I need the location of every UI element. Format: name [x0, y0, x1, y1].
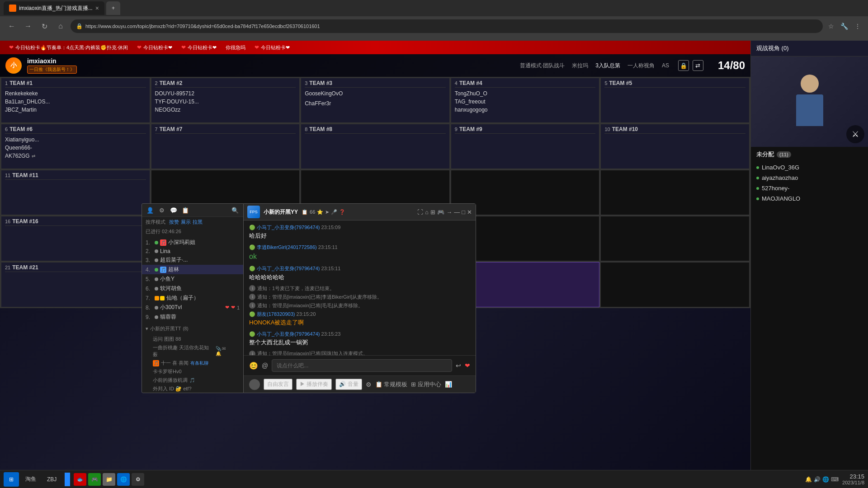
browser-chrome: imxiaoxin直播_热门游戏直播... × + ← → ↻ ⌂ 🔒 http…	[0, 0, 868, 41]
start-button[interactable]: ⊞	[4, 472, 19, 487]
unassigned-player: aiyazhaozhao	[756, 173, 863, 183]
more-options-icon[interactable]: ❤	[465, 362, 470, 369]
team-cell-9: 9 TEAM #9	[451, 124, 600, 169]
settings-icon[interactable]: ⚙	[157, 206, 166, 215]
list-item: 一曲折桃趣 天活你先花知薮 📎 ✉ 🔔	[149, 343, 236, 359]
list-item[interactable]: 3. 超后菜子·...	[142, 255, 243, 265]
chat-window-controls: ⛶ ⌂ ⊞ 🎮 → — □ ✕	[417, 209, 472, 216]
taskbar-app-2[interactable]: 🎮	[88, 473, 101, 486]
list-item: 远问 图图 88	[149, 335, 236, 343]
chat-input[interactable]	[272, 359, 452, 372]
list-item[interactable]: 5. 小鱼Y	[142, 274, 243, 284]
status-dot	[155, 268, 158, 272]
team-header-10: 10 TEAM #10	[604, 126, 745, 134]
active-tab[interactable]: imxiaoxin直播_热门游戏直播... ×	[4, 1, 104, 15]
restore-icon[interactable]: □	[462, 209, 465, 216]
at-button[interactable]: @	[262, 362, 268, 369]
list-item[interactable]: 1. 🎵 小深玛莉姐	[142, 238, 243, 247]
bookmark-button[interactable]: ☆	[826, 21, 836, 32]
minimize-icon[interactable]: —	[454, 209, 460, 216]
chat-messages: 🟢 小马丁_小丑变身(79796474) 23:15:09 哈后好 🟢 李逍Bi…	[244, 221, 476, 355]
list-item[interactable]: 9. 猫蓉蓉	[142, 312, 243, 322]
refresh-button[interactable]: ↻	[38, 20, 51, 33]
panel-toolbar: 👤 ⚙ 💬 📋 🔍	[142, 204, 243, 217]
grid-icon[interactable]: ⊞	[430, 209, 435, 216]
streamer-name: imxiaoxin	[27, 57, 77, 65]
notif-bar: ❤ 今日钻粉卡🔥节奏单：4点天黑·内裤装✊扑克·休闲 ❤ 今日钻粉卡❤ ❤ 今日…	[0, 41, 750, 54]
game-icon[interactable]: 🎮	[437, 209, 444, 216]
elapsed-time: 已进行 02:46:26	[142, 227, 243, 236]
status-dot	[155, 249, 158, 253]
chat-panel-title: 小新的开黑YY	[264, 208, 298, 216]
team-header-6: 6 TEAM #6	[5, 126, 146, 134]
team-player: Xiatianyiguo...	[5, 136, 146, 144]
unassigned-section: 未分配 (11) LinaOvO_36G aiyazhaozhao 527hon…	[751, 147, 868, 488]
volume-button[interactable]: 🔊 音量	[335, 379, 362, 390]
template-icon[interactable]: 📋 常规模板	[375, 380, 408, 389]
stream-players: 3入队总第	[595, 62, 620, 70]
arrow-icon[interactable]: →	[446, 209, 452, 216]
avatar-small	[249, 379, 260, 390]
tab-label: imxiaoxin直播_热门游戏直播...	[19, 5, 93, 12]
team-player: Queen666-	[5, 144, 146, 152]
taskbar-item-2[interactable]: ZBJ	[42, 472, 61, 487]
filter-link-2[interactable]: 展示	[181, 219, 191, 225]
team-player: ChaFFer3r	[305, 99, 446, 108]
user-list: 1. 🎵 小深玛莉姐 2. Lina 3. 超后菜子·... 4.	[142, 236, 243, 324]
chat-message: 🟢 小马丁_小丑变身(79796474) 23:15:11 哈哈哈哈哈哈	[249, 265, 470, 282]
taskbar-app-3[interactable]: 📁	[103, 473, 115, 486]
status-dot	[155, 287, 158, 291]
user-icon[interactable]: 👤	[146, 206, 155, 215]
search-icon[interactable]: 🔍	[231, 206, 240, 215]
panel-filter: 按序模式 按赞 展示 拉黑	[142, 217, 243, 227]
filter-link-1[interactable]: 按赞	[169, 219, 179, 225]
list-item: 🎵 十一 喜 喜闻 有条私聊	[149, 359, 236, 367]
chart-icon[interactable]: 📊	[445, 381, 452, 388]
new-tab-button[interactable]: +	[106, 1, 120, 15]
taskbar-item-1[interactable]: 淘鱼	[21, 472, 41, 487]
list-item[interactable]: 8. 小300TvI ❤ ❤ 1	[142, 303, 243, 312]
taskbar-app-5[interactable]: ⚙	[132, 473, 144, 486]
taskbar-app-4[interactable]: 🌐	[117, 473, 130, 486]
menu-button[interactable]: ⋮	[853, 21, 863, 32]
list-item[interactable]: 4. 🎵 超林	[142, 265, 243, 274]
team-header-4: 4 TEAM #4	[455, 80, 596, 88]
url-text: https://www.douyu.com/topic/jbmxzb?rid=7…	[85, 23, 320, 29]
notif-item-1: ❤ 今日钻粉卡🔥节奏单：4点天黑·内裤装✊扑克·休闲	[9, 44, 128, 51]
forward-button[interactable]: →	[22, 20, 34, 33]
free-speech-button[interactable]: 自由发言	[264, 379, 292, 390]
address-bar[interactable]: 🔒 https://www.douyu.com/topic/jbmxzb?rid…	[71, 19, 823, 33]
list-item[interactable]: 2. Lina	[142, 247, 243, 255]
team-cell-2: 2 TEAM #2 DOUYU-895712 TYF-DOUYU-15... N…	[151, 78, 300, 123]
swap-button[interactable]: ⇄	[693, 60, 703, 71]
team-cell-25	[600, 262, 750, 307]
chat-message: 🟢 小马丁_小丑变身(79796474) 23:15:09 哈后好	[249, 224, 470, 240]
panel-icon-4[interactable]: 📋	[181, 206, 190, 215]
send-icon[interactable]: ↩	[456, 362, 461, 369]
extensions-button[interactable]: 🔧	[839, 21, 850, 32]
filter-link-3[interactable]: 拉黑	[193, 219, 203, 225]
apps-icon[interactable]: ⊞ 应用中心	[411, 380, 441, 389]
back-button[interactable]: ←	[5, 20, 18, 33]
list-item: 小前的播放机调 🎵	[149, 376, 236, 385]
team-player: hanxugogogo	[455, 106, 596, 114]
tab-close-button[interactable]: ×	[95, 5, 99, 12]
emoji-button[interactable]: 😊	[249, 361, 258, 370]
list-item[interactable]: 7. 仙地（扁子）	[142, 293, 243, 303]
team-header-21: 21 TEAM #21	[5, 264, 146, 272]
observer-view[interactable]: 观战视角 (0)	[751, 41, 868, 56]
maximize-icon[interactable]: ⛶	[417, 209, 423, 216]
unassigned-count: (11)	[777, 151, 791, 158]
home-button[interactable]: ⌂	[54, 20, 67, 33]
home-icon[interactable]: ⌂	[425, 209, 429, 216]
settings-footer-icon[interactable]: ⚙	[366, 381, 372, 388]
list-item[interactable]: 6. 软河胡鱼	[142, 284, 243, 293]
streamer-avatar: 小	[5, 57, 22, 74]
chat-icon[interactable]: 💬	[169, 206, 178, 215]
taskbar-app-1[interactable]: 🐟	[74, 473, 86, 486]
lock-button[interactable]: 🔒	[678, 60, 689, 71]
accompaniment-button[interactable]: ▶ 播放伴奏	[296, 379, 332, 390]
streamer-cam: ⚔	[751, 56, 868, 147]
chat-panel-avatar: FPS	[247, 206, 260, 218]
close-icon[interactable]: ✕	[467, 209, 472, 216]
